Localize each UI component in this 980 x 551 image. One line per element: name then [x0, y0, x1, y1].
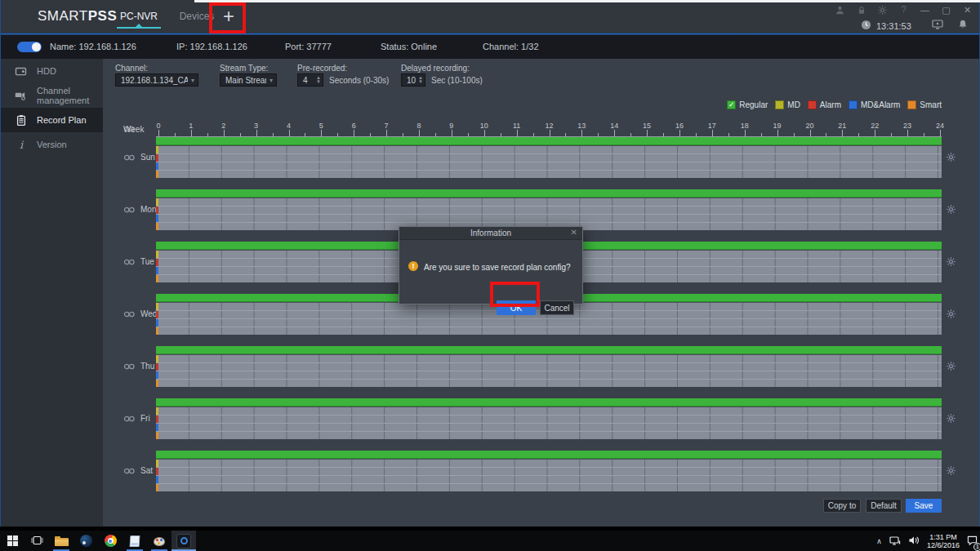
timeline-row-regular[interactable] — [156, 189, 942, 198]
pre-recorded-spinner[interactable]: 4 ▲▼ — [297, 73, 323, 87]
taskbar-paint-button[interactable] — [147, 531, 172, 551]
timeline-row-smart[interactable] — [156, 431, 942, 439]
info-field-label: Channel: — [483, 42, 519, 51]
day-timeline — [156, 451, 942, 491]
row-settings-gear-icon[interactable] — [946, 309, 956, 319]
legend-checkbox[interactable] — [775, 100, 784, 109]
close-button[interactable]: ✕ — [962, 4, 973, 16]
delayed-recording-spinner[interactable]: 10 ▲▼ — [401, 73, 425, 87]
dialog-cancel-button[interactable]: Cancel — [540, 300, 574, 315]
annotation-box-ok-button — [490, 282, 540, 307]
alarm-bell-icon[interactable] — [958, 18, 968, 33]
timeline-row-md[interactable] — [156, 407, 942, 415]
timeline-row-smart[interactable] — [156, 379, 942, 387]
tab-pc-nvr[interactable]: PC-NVR — [114, 0, 164, 33]
hour-label-22: 22 — [871, 122, 879, 130]
timeline-row-regular[interactable] — [156, 451, 942, 459]
legend-checkbox[interactable]: ✓ — [727, 100, 736, 109]
app-logo: SMARTPSS — [38, 8, 117, 24]
record-segment-smart — [156, 380, 158, 387]
timeline-row-regular[interactable] — [156, 137, 942, 145]
taskbar-steam-button[interactable] — [74, 531, 98, 551]
timeline-row-md-alarm[interactable] — [156, 475, 942, 483]
device-grid-icon[interactable] — [932, 18, 943, 33]
timeline-row-alarm[interactable] — [156, 153, 942, 162]
info-field-label: Port: — [285, 42, 304, 51]
timeline-row-smart[interactable] — [156, 483, 942, 491]
row-settings-gear-icon[interactable] — [946, 413, 956, 424]
link-icon[interactable] — [123, 258, 136, 266]
link-icon[interactable] — [123, 415, 136, 423]
timeline-row-alarm[interactable] — [156, 206, 942, 214]
legend-label: MD — [787, 100, 800, 109]
legend-label: Regular — [739, 100, 768, 109]
help-icon[interactable]: ? — [898, 4, 909, 16]
maximize-button[interactable]: ▢ — [941, 4, 951, 16]
gear-icon[interactable] — [877, 4, 888, 16]
record-segment-md-alarm — [156, 162, 158, 170]
taskbar-notepad-button[interactable] — [122, 531, 147, 551]
spinner-arrows-icon[interactable]: ▲▼ — [314, 76, 323, 84]
save-button[interactable]: Save — [906, 499, 942, 513]
timeline-row-md-alarm[interactable] — [156, 371, 942, 379]
spinner-arrows-icon[interactable]: ▲▼ — [416, 76, 425, 84]
row-settings-gear-icon[interactable] — [946, 465, 956, 476]
titlebar-tool-icons — [932, 18, 968, 33]
dialog-close-icon[interactable]: ✕ — [571, 228, 577, 237]
day-timeline — [156, 346, 942, 387]
timeline-row-alarm[interactable] — [156, 467, 942, 475]
copy-to-button[interactable]: Copy to — [823, 499, 861, 513]
timeline-row-md[interactable] — [156, 145, 942, 153]
timeline-row-alarm[interactable] — [156, 415, 942, 423]
timeline-row-md-alarm[interactable] — [156, 162, 942, 170]
timeline-row-md[interactable] — [156, 354, 942, 362]
taskbar-clock[interactable]: 1:31 PM 12/6/2016 — [927, 533, 960, 549]
taskbar-task-view-button[interactable] — [24, 531, 49, 551]
row-settings-gear-icon[interactable] — [946, 256, 956, 267]
legend-checkbox[interactable] — [907, 100, 916, 109]
system-tray: ∧ 1:31 PM 12/6/2016 1 — [876, 531, 978, 551]
taskbar-start-button[interactable] — [0, 531, 24, 551]
timeline-row-md[interactable] — [156, 198, 942, 206]
link-icon[interactable] — [123, 310, 136, 318]
row-settings-gear-icon[interactable] — [946, 204, 956, 215]
row-settings-gear-icon[interactable] — [946, 361, 956, 371]
timeline-row-md[interactable] — [156, 459, 942, 467]
timeline-row-regular[interactable] — [156, 346, 942, 354]
link-icon[interactable] — [123, 467, 136, 475]
stream-type-select[interactable]: Main Stream ▾ — [220, 73, 277, 87]
action-center-icon[interactable]: 1 — [967, 534, 978, 549]
taskbar-file-explorer-button[interactable] — [49, 531, 74, 551]
link-icon[interactable] — [123, 362, 136, 371]
volume-icon[interactable] — [908, 534, 920, 549]
link-icon[interactable] — [123, 153, 136, 162]
tray-expand-icon[interactable]: ∧ — [876, 537, 882, 545]
timeline-row-alarm[interactable] — [156, 362, 942, 371]
taskbar-chrome-button[interactable] — [98, 531, 122, 551]
record-segment-smart — [156, 484, 158, 491]
channel-select[interactable]: 192.168.1.134_CAM 1 ▾ — [115, 73, 198, 87]
device-enable-toggle[interactable] — [17, 42, 42, 52]
timeline-row-md-alarm[interactable] — [156, 318, 942, 327]
timeline-row-smart[interactable] — [156, 170, 942, 178]
link-icon[interactable] — [123, 206, 136, 214]
default-button[interactable]: Default — [866, 499, 902, 513]
timeline-row-md-alarm[interactable] — [156, 423, 942, 431]
timeline-row-smart[interactable] — [156, 327, 942, 335]
user-icon[interactable] — [835, 4, 845, 16]
lock-icon[interactable] — [856, 4, 866, 16]
network-icon[interactable] — [889, 534, 901, 549]
sidebar-item-hdd[interactable]: HDD — [1, 59, 103, 83]
sidebar-item-channel-management[interactable]: Channel management — [1, 83, 103, 108]
minimize-button[interactable]: — — [920, 4, 930, 16]
dialog-message: Are you sure to save record plan config? — [424, 263, 571, 272]
sidebar-item-record-plan[interactable]: Record Plan — [1, 108, 103, 132]
timeline-row-regular[interactable] — [156, 398, 942, 407]
row-settings-gear-icon[interactable] — [946, 152, 956, 162]
day-timeline — [156, 189, 942, 230]
legend-checkbox[interactable] — [808, 100, 817, 109]
taskbar-smart-pss-button[interactable] — [172, 531, 196, 551]
pre-recorded-unit: Seconds (0-30s) — [329, 76, 389, 85]
timeline-row-md-alarm[interactable] — [156, 214, 942, 222]
legend-checkbox[interactable] — [849, 100, 858, 109]
